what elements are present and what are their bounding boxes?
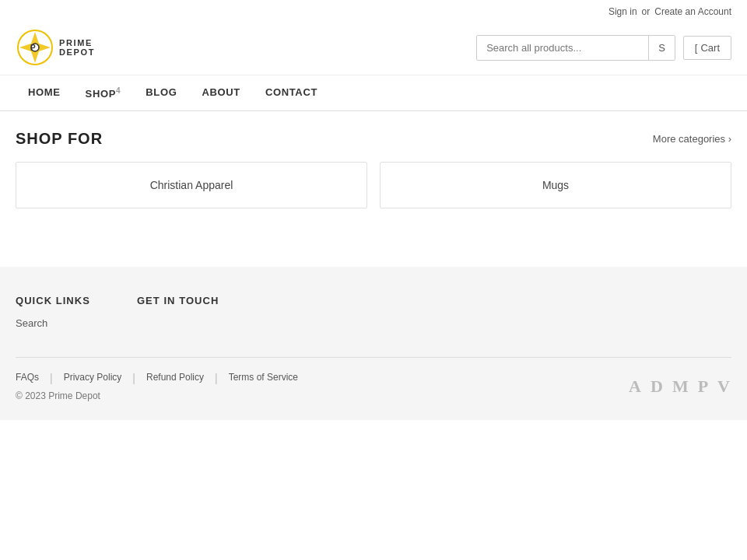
create-account-link[interactable]: Create an Account	[654, 6, 731, 17]
nav-link-blog[interactable]: BLOG	[133, 75, 189, 109]
payment-icons: A D M P V	[629, 376, 731, 397]
cart-bracket-icon: [	[695, 42, 698, 54]
footer-top: QUICK LINKS Search GET IN TOUCH	[16, 295, 731, 334]
nav-link-shop[interactable]: SHOP4	[73, 75, 134, 110]
shop-for-header: SHOP FOR More categories ›	[16, 130, 731, 148]
nav-item-shop[interactable]: SHOP4	[73, 75, 134, 110]
logo-depot: DEPOT	[59, 47, 95, 57]
separator-2: |	[132, 372, 135, 384]
category-grid: Christian Apparel Mugs	[16, 162, 731, 208]
footer: QUICK LINKS Search GET IN TOUCH FAQs | P…	[0, 267, 747, 420]
payment-icon-a: A	[629, 376, 643, 397]
footer-bottom-left: FAQs | Privacy Policy | Refund Policy | …	[16, 372, 298, 401]
footer-link-faqs[interactable]: FAQs	[16, 372, 39, 384]
footer-quick-links: QUICK LINKS Search	[16, 295, 90, 334]
category-card-mugs[interactable]: Mugs	[380, 162, 731, 208]
logo-prime: PRIME	[59, 38, 95, 47]
category-card-christian-apparel[interactable]: Christian Apparel	[16, 162, 367, 208]
cart-label: Cart	[700, 42, 720, 54]
header-right: S [ Cart	[476, 35, 731, 61]
search-button[interactable]: S	[648, 36, 675, 60]
category-label-mugs: Mugs	[542, 179, 569, 191]
separator-3: |	[215, 372, 218, 384]
logo-icon: P	[16, 28, 54, 67]
get-in-touch-title: GET IN TOUCH	[137, 295, 219, 306]
nav-link-about[interactable]: ABOUT	[189, 75, 252, 109]
header-main: P PRIME DEPOT S [ Cart	[0, 23, 747, 75]
search-form: S	[476, 35, 675, 61]
nav-link-home[interactable]: HOME	[16, 75, 73, 109]
footer-link-privacy[interactable]: Privacy Policy	[64, 372, 122, 384]
nav-item-home[interactable]: HOME	[16, 75, 73, 110]
cart-button[interactable]: [ Cart	[683, 36, 731, 60]
nav-link-contact[interactable]: CONTACT	[253, 75, 330, 109]
footer-get-in-touch: GET IN TOUCH	[137, 295, 219, 334]
svg-text:P: P	[30, 44, 36, 52]
header-top-bar: Sign in or Create an Account	[0, 0, 747, 23]
separator-1: |	[50, 372, 53, 384]
footer-copyright: © 2023 Prime Depot	[16, 390, 298, 401]
nav-item-contact[interactable]: CONTACT	[253, 75, 330, 110]
more-categories-link[interactable]: More categories ›	[653, 133, 731, 145]
footer-link-terms[interactable]: Terms of Service	[229, 372, 298, 384]
shop-badge: 4	[116, 86, 121, 95]
category-label-christian-apparel: Christian Apparel	[150, 179, 233, 191]
footer-bottom: FAQs | Privacy Policy | Refund Policy | …	[16, 357, 731, 401]
payment-icon-d: D	[651, 376, 665, 397]
main-content: SHOP FOR More categories › Christian App…	[0, 111, 747, 236]
search-input[interactable]	[477, 36, 648, 60]
payment-icon-p: P	[698, 376, 710, 397]
payment-icon-m: M	[672, 376, 690, 397]
or-separator: or	[642, 6, 651, 17]
nav-bar: HOME SHOP4 BLOG ABOUT CONTACT	[0, 75, 747, 111]
footer-link-search[interactable]: Search	[16, 317, 90, 329]
payment-icon-v: V	[717, 376, 731, 397]
nav-item-about[interactable]: ABOUT	[189, 75, 252, 110]
nav-item-blog[interactable]: BLOG	[133, 75, 189, 110]
quick-links-title: QUICK LINKS	[16, 295, 90, 306]
shop-for-title: SHOP FOR	[16, 130, 103, 148]
footer-link-refund[interactable]: Refund Policy	[146, 372, 204, 384]
footer-links-row: FAQs | Privacy Policy | Refund Policy | …	[16, 372, 298, 384]
sign-in-link[interactable]: Sign in	[608, 6, 637, 17]
logo-link[interactable]: P PRIME DEPOT	[16, 28, 95, 67]
